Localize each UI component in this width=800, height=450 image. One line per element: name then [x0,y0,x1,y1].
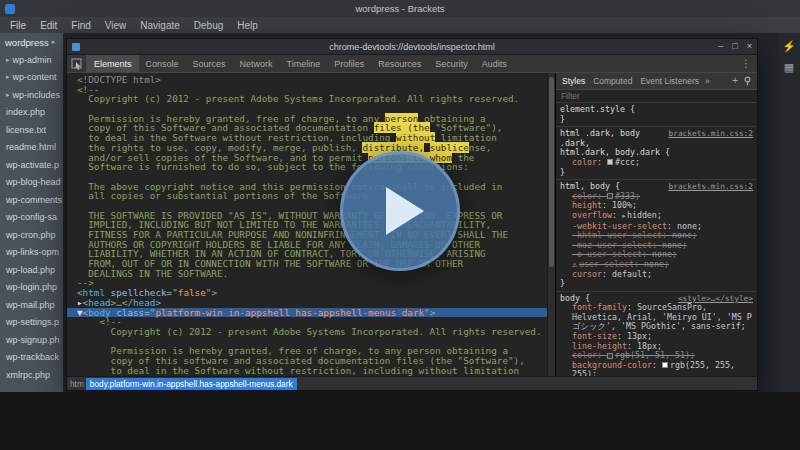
color-swatch[interactable] [662,362,668,368]
devtools-title: chrome-devtools://devtools/inspector.htm… [67,42,757,52]
tree-file-wp-login.php[interactable]: wp-login.php [0,279,63,297]
brackets-titlebar[interactable]: wordpress - Brackets [0,0,800,17]
css-property[interactable]: font-family: SourceSansPro, Helvetica, A… [560,303,753,332]
property-value: none [662,240,682,250]
dom-line[interactable]: <!DOCTYPE html> [77,75,547,85]
menu-item-help[interactable]: Help [230,20,265,31]
file-label: wp-activate.p [6,160,59,170]
tree-file-wp-blog-head[interactable]: wp-blog-head [0,174,63,192]
tree-file-wp-activate.p[interactable]: wp-activate.p [0,156,63,174]
dom-scrollbar[interactable] [547,73,555,376]
tree-file-wp-load.php[interactable]: wp-load.php [0,261,63,279]
property-value: none [672,230,692,240]
styles-tab-event-listeners[interactable]: Event Listeners [636,76,703,86]
dom-line[interactable]: Software is furnished to do so, subject … [77,162,547,172]
styles-tab-computed[interactable]: Computed [589,76,636,86]
tab-elements[interactable]: Elements [87,55,139,72]
css-property[interactable]: color: #ccc; [560,158,753,168]
play-button[interactable] [340,151,460,271]
dom-line[interactable]: ▼<body class="platform-win in-appshell h… [67,308,547,318]
window-title: wordpress - Brackets [0,3,800,14]
file-label: wp-settings.p [6,317,59,327]
tree-folder-wp-content[interactable]: ▸wp-content [0,69,63,87]
tree-file-readme.html[interactable]: readme.html [0,139,63,157]
css-selector[interactable]: element.style { [560,105,753,115]
tab-console[interactable]: Console [139,55,186,72]
tree-file-wp-signup.ph[interactable]: wp-signup.ph [0,331,63,349]
tab-timeline[interactable]: Timeline [280,55,328,72]
property-value: #333 [615,191,635,201]
styles-filter-input[interactable]: Filter [556,90,757,103]
property-name: -o-user-select [572,249,642,259]
inspect-element-button[interactable] [67,55,87,72]
property-name: -moz-user-select [572,240,652,250]
tree-file-wp-trackback[interactable]: wp-trackback [0,349,63,367]
breadcrumb-selected-crumb[interactable]: body.platform-win.in-appshell.has-appshe… [86,378,297,390]
tab-sources[interactable]: Sources [186,55,233,72]
folder-label: wp-includes [13,90,61,100]
new-style-rule-icon[interactable]: + [732,76,738,86]
color-swatch[interactable] [607,159,613,165]
live-preview-icon[interactable]: ⚡ [782,40,796,52]
minimize-button[interactable]: – [718,39,723,54]
dom-scrollbar-thumb[interactable] [549,77,554,267]
tab-resources[interactable]: Resources [371,55,428,72]
menu-item-find[interactable]: Find [64,20,97,31]
dom-line[interactable]: Copyright (c) 2012 - present Adobe Syste… [77,327,547,337]
menu-item-file[interactable]: File [3,20,33,31]
tree-file-license.txt[interactable]: license.txt [0,121,63,139]
file-label: wp-signup.ph [6,335,60,345]
tab-security[interactable]: Security [428,55,475,72]
property-value: 100% [612,200,632,210]
tree-file-index.php[interactable]: index.php [0,104,63,122]
breadcrumb-html-crumb[interactable]: htm [67,379,86,389]
extension-manager-icon[interactable]: ▦ [784,61,794,73]
css-property[interactable]: background-color: rgb(255, 255, 255); [560,361,753,376]
project-dropdown-icon: ▸ [52,38,56,46]
close-button[interactable]: × [747,39,752,54]
property-value: 13px [627,331,647,341]
tree-file-wp-mail.php[interactable]: wp-mail.php [0,296,63,314]
tab-audits[interactable]: Audits [475,55,514,72]
tree-file-wp-settings.p[interactable]: wp-settings.p [0,314,63,332]
property-name: -webkit-user-select [572,221,667,231]
play-icon [386,187,424,235]
styles-tabs-overflow-icon[interactable]: » [703,76,712,86]
devtools-titlebar[interactable]: chrome-devtools://devtools/inspector.htm… [67,39,757,55]
color-swatch[interactable] [607,193,613,199]
maximize-button[interactable]: □ [732,39,737,54]
styles-toolbar-icons: + [732,76,755,86]
project-header[interactable]: wordpress ▸ [0,33,63,51]
tree-file-wp-comments[interactable]: wp-comments [0,191,63,209]
css-property[interactable]: cursor: default; [560,270,753,280]
color-swatch[interactable] [607,353,613,359]
tree-file-wp-links-opm[interactable]: wp-links-opm [0,244,63,262]
pin-icon[interactable] [743,76,752,86]
dom-line[interactable]: all copies or substantial portions of th… [77,191,547,201]
devtools-favicon-icon [72,43,80,51]
tree-file-xmlrpc.php[interactable]: xmlrpc.php [0,366,63,384]
tree-file-wp-cron.php[interactable]: wp-cron.php [0,226,63,244]
tab-profiles[interactable]: Profiles [327,55,371,72]
tab-network[interactable]: Network [233,55,280,72]
elements-breadcrumb-bar: htm body.platform-win.in-appshell.has-ap… [67,376,757,390]
menu-item-edit[interactable]: Edit [33,20,64,31]
styles-tab-styles[interactable]: Styles [558,76,589,86]
stylesheet-link[interactable]: brackets.min.css:2 [669,182,754,192]
menu-item-debug[interactable]: Debug [187,20,230,31]
devtools-overflow-menu-icon[interactable]: ⋮ [735,55,757,72]
file-label: readme.html [6,142,56,152]
stylesheet-link[interactable]: brackets.min.css:2 [669,129,754,139]
menu-item-view[interactable]: View [98,20,134,31]
tree-folder-wp-admin[interactable]: ▸wp-admin [0,51,63,69]
css-selector[interactable]: brackets.min.css:2html .dark, body .dark… [560,129,753,148]
dom-line[interactable]: to deal in the Software without restrict… [77,366,547,376]
tree-file-wp-config-sa[interactable]: wp-config-sa [0,209,63,227]
folder-label: wp-content [13,72,57,82]
tree-folder-wp-includes[interactable]: ▸wp-includes [0,86,63,104]
selector-text: element.style { [560,104,635,114]
dom-line[interactable]: DEALINGS IN THE SOFTWARE. [77,269,547,279]
dom-line[interactable]: Copyright (c) 2012 - present Adobe Syste… [77,94,547,104]
menu-item-navigate[interactable]: Navigate [133,20,186,31]
video-frame: wordpress - Brackets FileEditFindViewNav… [0,0,800,450]
